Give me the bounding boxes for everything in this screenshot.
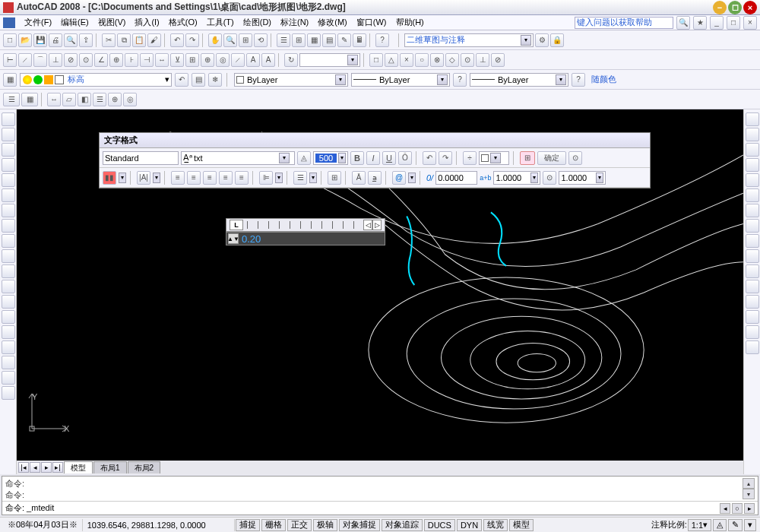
- text-color-combo[interactable]: ▾: [479, 151, 509, 165]
- minimize-button[interactable]: −: [713, 1, 727, 14]
- break-icon[interactable]: [746, 280, 759, 293]
- text-height-combo[interactable]: ▾: [313, 151, 348, 165]
- underline-icon[interactable]: U: [382, 151, 396, 165]
- mtext-icon[interactable]: [2, 386, 15, 400]
- tracking-combo[interactable]: ▾: [493, 171, 540, 185]
- tab-model[interactable]: 模型: [64, 461, 93, 473]
- italic-icon[interactable]: I: [366, 151, 380, 165]
- statusbar-menu-icon[interactable]: ▾: [744, 519, 756, 531]
- mtext-just-icon[interactable]: |A|: [137, 171, 150, 185]
- linespace-icon[interactable]: ⊫: [259, 171, 273, 185]
- ltype-help-icon[interactable]: ?: [453, 73, 467, 87]
- menu-tools[interactable]: 工具(T): [202, 17, 239, 28]
- snap-toggle[interactable]: 捕捉: [236, 519, 260, 531]
- layer-state-icon[interactable]: ▤: [192, 73, 205, 87]
- tolerance-icon[interactable]: ⊞: [185, 53, 199, 67]
- dimalign-icon[interactable]: ⟋: [18, 53, 32, 67]
- markup-icon[interactable]: ✎: [337, 33, 351, 47]
- cmd-nav-right-icon[interactable]: ▸: [744, 503, 755, 514]
- dimbreak-icon[interactable]: ⊻: [170, 53, 184, 67]
- menu-draw[interactable]: 绘图(D): [239, 17, 276, 28]
- dimstyle-combo[interactable]: ▾: [299, 53, 360, 67]
- props-icon[interactable]: ☰: [277, 33, 290, 47]
- mleader-icon[interactable]: ☰: [3, 93, 20, 106]
- table2-icon[interactable]: [2, 371, 15, 385]
- dimcont-icon[interactable]: ⊣: [140, 53, 154, 67]
- symbol-icon[interactable]: @: [392, 171, 406, 185]
- text-height-value[interactable]: [315, 154, 337, 163]
- polygon-icon[interactable]: [2, 158, 15, 172]
- widthfactor-combo[interactable]: ▾: [559, 171, 606, 185]
- otrack-toggle[interactable]: 对象追踪: [382, 519, 423, 531]
- explode-icon[interactable]: [746, 340, 759, 354]
- copy-icon[interactable]: ⧉: [117, 33, 131, 47]
- osnap-qua-icon[interactable]: ◇: [445, 53, 459, 67]
- copy2-icon[interactable]: [746, 128, 759, 141]
- text-font-value[interactable]: [194, 154, 277, 163]
- tab-type-icon[interactable]: L: [230, 220, 243, 230]
- annotative-icon[interactable]: ◬: [297, 151, 311, 165]
- block-icon[interactable]: [2, 295, 15, 309]
- mtext-ruler[interactable]: L ◁ ▷: [226, 218, 385, 232]
- text-style-combo[interactable]: ▾: [103, 151, 179, 165]
- stretch-icon[interactable]: [746, 234, 759, 248]
- grid-toggle[interactable]: 栅格: [261, 519, 286, 531]
- open-icon[interactable]: 📂: [18, 33, 32, 47]
- field-icon[interactable]: ⊞: [328, 171, 341, 185]
- insert-icon[interactable]: [2, 280, 15, 293]
- hatch-icon[interactable]: [2, 325, 15, 339]
- extend-icon[interactable]: [746, 264, 759, 278]
- infocenter-star-icon[interactable]: ★: [693, 16, 707, 30]
- ruler-ticks[interactable]: [247, 221, 360, 229]
- dimjog-icon[interactable]: ⟋: [231, 53, 245, 67]
- align-just-icon[interactable]: ≡: [219, 171, 233, 185]
- zoom-rt-icon[interactable]: 🔍: [223, 33, 237, 47]
- workspace-dropdown-icon[interactable]: ▾: [521, 35, 531, 46]
- text-font-combo[interactable]: A̲ᵃ▾: [181, 151, 295, 165]
- help-go-icon[interactable]: 🔍: [676, 16, 690, 30]
- ws-lock-icon[interactable]: 🔒: [550, 33, 564, 47]
- tpal-icon[interactable]: ▦: [307, 33, 321, 47]
- width-factor-icon[interactable]: ⊙: [543, 171, 556, 185]
- help-search-input[interactable]: [575, 17, 673, 29]
- save-icon[interactable]: 💾: [33, 33, 47, 47]
- ssm-icon[interactable]: ▤: [322, 33, 336, 47]
- doc-min-icon[interactable]: _: [710, 16, 724, 30]
- ok-button[interactable]: 确定: [537, 151, 566, 165]
- color-combo[interactable]: ByLayer▾: [234, 73, 348, 87]
- preview-icon[interactable]: 🔍: [64, 33, 78, 47]
- dyn-toggle[interactable]: DYN: [457, 519, 482, 531]
- pline-icon[interactable]: [2, 143, 15, 157]
- cmd-nav-o-icon[interactable]: ○: [732, 503, 743, 514]
- match-icon[interactable]: 🖌: [147, 33, 161, 47]
- menu-app-icon[interactable]: [3, 17, 15, 28]
- osnap-mid-icon[interactable]: △: [385, 53, 398, 67]
- rect-icon[interactable]: [2, 173, 15, 187]
- osnap-perp-icon[interactable]: ⊥: [476, 53, 489, 67]
- close-button[interactable]: ×: [743, 1, 757, 14]
- pan-icon[interactable]: ✋: [208, 33, 222, 47]
- circle-icon[interactable]: [2, 204, 15, 217]
- new-icon[interactable]: □: [3, 33, 17, 47]
- dimord-icon[interactable]: ⊥: [49, 53, 62, 67]
- tab-layout1[interactable]: 布局1: [93, 461, 127, 473]
- linetype-combo[interactable]: ByLayer▾: [351, 73, 450, 87]
- ruler-left-icon[interactable]: ◁: [363, 220, 372, 230]
- uppercase-icon[interactable]: Ā: [352, 171, 366, 185]
- annovis-icon[interactable]: ◬: [713, 519, 727, 531]
- menu-edit[interactable]: 编辑(E): [56, 17, 93, 28]
- align-center-icon[interactable]: ≡: [187, 171, 201, 185]
- tab-last-icon[interactable]: ▸|: [52, 462, 63, 473]
- osnap-node-icon[interactable]: ⊗: [430, 53, 444, 67]
- doc-close-icon[interactable]: ×: [743, 16, 757, 30]
- polar-toggle[interactable]: 极轴: [313, 519, 337, 531]
- menu-help[interactable]: 帮助(H): [391, 17, 429, 28]
- area-icon[interactable]: ▱: [62, 93, 76, 106]
- workspace-combo[interactable]: 二维草图与注释 ▾: [404, 33, 534, 47]
- ellipsearc-icon[interactable]: [2, 264, 15, 278]
- layer-dropdown-icon[interactable]: ▾: [165, 74, 169, 84]
- model-toggle[interactable]: 模型: [509, 519, 534, 531]
- menu-view[interactable]: 视图(V): [93, 17, 131, 28]
- dimupdate-icon[interactable]: ↻: [284, 53, 298, 67]
- columns-icon[interactable]: ▮▮: [103, 171, 116, 185]
